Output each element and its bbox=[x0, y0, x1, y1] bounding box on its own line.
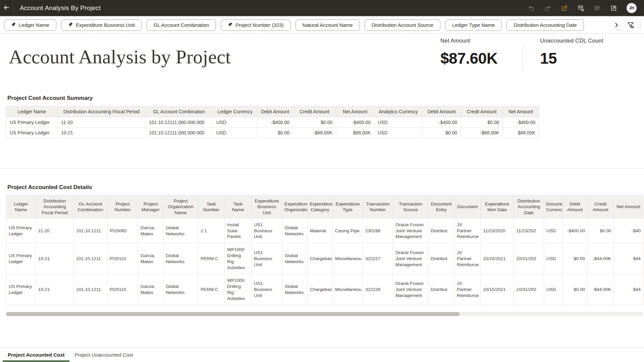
cell: Garcia, Mateo bbox=[138, 243, 163, 274]
kpi-net-amount: Net Amount $87.60K bbox=[440, 38, 497, 67]
cell: USD bbox=[213, 117, 257, 128]
filter-chip-label: Ledger Name bbox=[19, 22, 49, 28]
column-header[interactable]: Ledger Name bbox=[6, 195, 36, 219]
cell: 11/23/202 bbox=[514, 218, 544, 243]
cell: USD bbox=[544, 274, 562, 305]
column-header[interactable]: Expenditure Item Date bbox=[481, 195, 514, 219]
filter-chip[interactable]: Distribution Accounting Date bbox=[506, 19, 584, 31]
summary-section-title: Project Cost Account Summary bbox=[7, 95, 539, 102]
column-header[interactable]: Transaction Source bbox=[393, 195, 428, 219]
column-header[interactable]: Project Manager bbox=[138, 195, 163, 219]
filter-chip[interactable]: Expenditure Business Unit bbox=[61, 19, 142, 31]
cell: JV Partner Reimburse bbox=[454, 243, 481, 274]
filter-chip[interactable]: Ledger Type Name bbox=[445, 19, 502, 31]
column-header[interactable]: Task Number bbox=[198, 195, 225, 219]
filter-chip[interactable]: Natural Account Name bbox=[296, 19, 360, 31]
column-header[interactable]: Expenditure Type bbox=[333, 195, 363, 219]
cell: Chargeback bbox=[308, 243, 333, 274]
back-button[interactable] bbox=[0, 0, 13, 16]
column-header[interactable]: Credit Amount bbox=[461, 106, 503, 117]
table-row[interactable]: US Primary Ledger10-21101.10.1211PI20110… bbox=[6, 274, 643, 305]
column-header[interactable]: Project Organization Name bbox=[163, 195, 198, 219]
filter-chip-label: Ledger Type Name bbox=[452, 22, 495, 28]
column-header[interactable]: Debit Amount bbox=[257, 106, 293, 117]
workbook-title: Account Analysis By Project bbox=[20, 4, 101, 12]
filter-chip[interactable]: Ledger Name bbox=[4, 19, 56, 31]
filterbar-divider bbox=[640, 20, 641, 30]
filter-chip[interactable]: Project Number (323) bbox=[221, 19, 290, 31]
column-header[interactable]: Net Amount bbox=[503, 106, 539, 117]
column-header[interactable]: Distribution Accounting Fiscal Period bbox=[36, 195, 74, 219]
cell: Casing Pipe bbox=[333, 218, 363, 243]
top-bar: Account Analysis By Project JH bbox=[0, 0, 644, 16]
cell: -$44.00K bbox=[588, 243, 614, 274]
filter-chip[interactable]: GL Account Combination bbox=[147, 19, 216, 31]
column-header[interactable]: Debit Amount bbox=[562, 195, 588, 219]
kpi-divider bbox=[523, 45, 523, 71]
table-row[interactable]: US Primary Ledger10-21101.10.12111.000.0… bbox=[6, 128, 539, 138]
column-header[interactable]: Net Amount bbox=[336, 106, 374, 117]
user-avatar[interactable]: JH bbox=[627, 3, 637, 13]
export-icon[interactable] bbox=[610, 5, 617, 11]
column-header[interactable]: Ledger Name bbox=[6, 106, 58, 117]
column-header[interactable]: Credit Amount bbox=[293, 106, 336, 117]
column-header[interactable]: Debit Amount bbox=[423, 106, 461, 117]
cell: 10/15/2021 bbox=[481, 243, 514, 274]
column-header[interactable]: Expenditure Category bbox=[308, 195, 333, 219]
column-header[interactable]: Transaction Number bbox=[363, 195, 393, 219]
page-title: Account Analysis by Project bbox=[9, 46, 231, 68]
canvas-tab[interactable]: Project Unaccounted Cost bbox=[69, 348, 138, 362]
cell: US1 Business Unit bbox=[252, 218, 282, 243]
cell: $0.00 bbox=[461, 117, 503, 128]
column-header[interactable]: Task Name bbox=[225, 195, 252, 219]
cell: 101.10.1211 bbox=[74, 218, 107, 243]
cell: US1 Business Unit bbox=[252, 274, 282, 305]
column-header[interactable]: Expenditure Business Unit bbox=[252, 195, 282, 219]
cell: 2.1 bbox=[198, 218, 225, 243]
redo-icon[interactable] bbox=[544, 5, 551, 11]
filter-chip[interactable]: Distribution Account Source bbox=[365, 19, 440, 31]
column-header[interactable]: GL Account Combination bbox=[146, 106, 213, 117]
cell: 11-20 bbox=[36, 218, 74, 243]
column-header[interactable]: Distribution Accounting Date bbox=[514, 195, 544, 219]
column-header[interactable]: Net Amount bbox=[614, 195, 643, 219]
column-header[interactable]: Credit Amount bbox=[588, 195, 614, 219]
pin-icon bbox=[11, 22, 16, 28]
cell: 322227 bbox=[363, 243, 393, 274]
column-header[interactable]: GL Account Combination bbox=[74, 195, 107, 219]
comments-icon[interactable] bbox=[594, 5, 600, 11]
cell: Global Networks bbox=[163, 274, 198, 305]
kpi-label: Net Amount bbox=[440, 38, 497, 44]
kpi-unaccounted-cdl-count: Unaccounted CDL Count 15 bbox=[540, 38, 603, 67]
chevron-right-icon[interactable] bbox=[612, 21, 621, 29]
cell: -$44.00K bbox=[588, 274, 614, 305]
data-icon[interactable] bbox=[577, 5, 584, 11]
cell: WP1000 Drilling Rig Activities bbox=[225, 274, 252, 305]
cell: JV Partner Reimburse bbox=[454, 274, 481, 305]
column-header[interactable]: Analytics Currency bbox=[374, 106, 423, 117]
canvas-tab[interactable]: Project Accounted Cost bbox=[3, 348, 69, 362]
filter-settings-icon[interactable] bbox=[626, 21, 635, 29]
cell: Garcia, Mateo bbox=[138, 218, 163, 243]
table-row[interactable]: US Primary Ledger11-20101.10.1211PI20065… bbox=[6, 218, 643, 243]
column-header[interactable]: Document bbox=[454, 195, 481, 219]
cell: $88.00K bbox=[336, 128, 374, 138]
column-header[interactable]: Project Number bbox=[107, 195, 138, 219]
details-table-viewport: Ledger NameDistribution Accounting Fisca… bbox=[6, 195, 644, 305]
column-header[interactable]: Expenditure Organization bbox=[282, 195, 308, 219]
filterbar-controls bbox=[609, 17, 641, 33]
column-header[interactable]: Distribution Accounting Fiscal Period bbox=[58, 106, 146, 117]
column-header[interactable]: Ledger Currency bbox=[213, 106, 257, 117]
cell: $88.00K bbox=[503, 128, 539, 138]
kpi-value: 15 bbox=[540, 49, 603, 67]
scrollbar-thumb[interactable] bbox=[6, 312, 460, 316]
horizontal-scrollbar[interactable] bbox=[6, 312, 643, 316]
edit-icon[interactable] bbox=[561, 5, 568, 11]
back-arrow-icon bbox=[3, 4, 10, 12]
column-header[interactable]: Document Currency bbox=[544, 195, 562, 219]
column-header[interactable]: Document Entry bbox=[428, 195, 454, 219]
cell: Global Networks bbox=[282, 274, 308, 305]
table-row[interactable]: US Primary Ledger10-21101.10.1211PI20110… bbox=[6, 243, 643, 274]
undo-icon[interactable] bbox=[528, 5, 535, 11]
table-row[interactable]: US Primary Ledger11-20101.10.12111.000.0… bbox=[6, 117, 539, 128]
